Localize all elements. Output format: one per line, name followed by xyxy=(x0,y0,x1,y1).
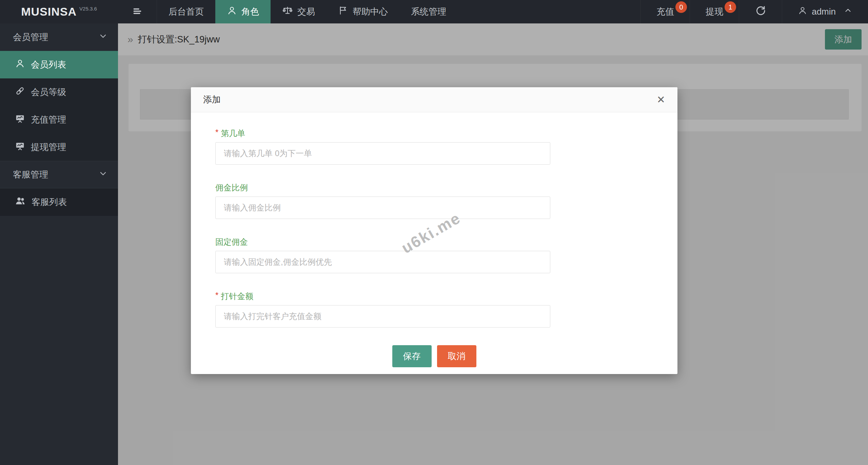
tab-help-label: 帮助中心 xyxy=(353,6,388,18)
add-dialog: 添加 ✕ *第几单 佣金比例 固定佣金 *打针金额 xyxy=(191,87,677,374)
user-menu[interactable]: admin xyxy=(782,0,868,23)
sidebar-group-member-management[interactable]: 会员管理 xyxy=(0,23,118,51)
flag-icon xyxy=(338,5,348,18)
user-icon xyxy=(798,6,807,18)
sidebar-item-label: 会员列表 xyxy=(31,59,66,71)
navbar-right: 充值 0 提现 1 admin xyxy=(640,0,868,23)
commission-ratio-input[interactable] xyxy=(215,197,550,219)
hamburger-icon xyxy=(132,5,143,18)
sidebar-item-recharge-management[interactable]: 充值管理 xyxy=(0,106,118,133)
required-marker: * xyxy=(215,291,218,300)
field-order-number: *第几单 xyxy=(215,128,653,165)
field-label: *第几单 xyxy=(215,128,653,139)
field-label: 固定佣金 xyxy=(215,237,653,247)
field-commission-ratio: 佣金比例 xyxy=(215,182,653,219)
required-marker: * xyxy=(215,128,218,137)
chart-board-icon xyxy=(15,113,25,126)
sidebar-item-member-list[interactable]: 会员列表 xyxy=(0,51,118,78)
app-version: V25.3.6 xyxy=(79,6,97,12)
tab-roles[interactable]: 角色 xyxy=(215,0,271,23)
tab-home-label: 后台首页 xyxy=(169,6,204,18)
sidebar-item-member-level[interactable]: 会员等级 xyxy=(0,78,118,106)
fixed-commission-input[interactable] xyxy=(215,251,550,273)
tab-trade[interactable]: 交易 xyxy=(271,0,327,23)
withdraw-badge: 1 xyxy=(725,1,736,13)
save-button[interactable]: 保存 xyxy=(392,345,432,367)
field-label-text: 第几单 xyxy=(221,129,245,138)
chart-board-icon xyxy=(15,141,25,153)
top-navbar: MUSINSA V25.3.6 后台首页 角色 交易 帮助中心 系统管理 充值 … xyxy=(0,0,868,23)
sidebar-group-service-management[interactable]: 客服管理 xyxy=(0,161,118,188)
chevron-down-icon xyxy=(98,31,108,43)
app-logo: MUSINSA xyxy=(21,5,77,18)
refresh-button[interactable] xyxy=(739,0,782,23)
sidebar-group-label: 会员管理 xyxy=(13,31,48,43)
field-label-text: 打针金额 xyxy=(221,292,253,301)
cancel-button[interactable]: 取消 xyxy=(437,345,476,367)
field-label-text: 佣金比例 xyxy=(215,183,248,192)
sidebar-item-withdraw-management[interactable]: 提现管理 xyxy=(0,133,118,161)
dialog-header: 添加 ✕ xyxy=(191,87,677,112)
field-label-text: 固定佣金 xyxy=(215,237,248,246)
tab-help-center[interactable]: 帮助中心 xyxy=(327,0,399,23)
sidebar-item-service-list[interactable]: 客服列表 xyxy=(0,188,118,216)
field-injection-amount: *打针金额 xyxy=(215,291,653,328)
sidebar-item-label: 客服列表 xyxy=(32,196,67,208)
sidebar-item-label: 提现管理 xyxy=(31,141,66,153)
chevron-down-icon xyxy=(98,169,108,181)
sidebar-item-label: 充值管理 xyxy=(31,114,66,126)
recharge-badge: 0 xyxy=(675,1,687,13)
close-icon[interactable]: ✕ xyxy=(657,95,665,105)
scales-icon xyxy=(282,5,293,18)
injection-amount-input[interactable] xyxy=(215,305,550,328)
sidebar-group-label: 客服管理 xyxy=(13,169,48,181)
dialog-actions: 保存 取消 xyxy=(215,345,653,367)
refresh-icon xyxy=(755,5,766,19)
tab-roles-label: 角色 xyxy=(241,6,259,18)
field-label: 佣金比例 xyxy=(215,182,653,193)
chevron-up-icon xyxy=(844,6,852,17)
sidebar: 会员管理 会员列表 会员等级 充值管理 提现管理 客服管理 xyxy=(0,23,118,465)
collapse-menu-button[interactable] xyxy=(118,0,157,23)
tab-trade-label: 交易 xyxy=(297,6,315,18)
link-icon xyxy=(15,86,25,98)
user-icon xyxy=(227,5,237,18)
users-icon xyxy=(15,196,26,209)
withdraw-menu[interactable]: 提现 1 xyxy=(690,0,739,23)
dialog-title: 添加 xyxy=(203,94,221,106)
recharge-label: 充值 xyxy=(656,6,674,18)
tab-system-label: 系统管理 xyxy=(411,6,446,18)
sidebar-item-label: 会员等级 xyxy=(31,86,66,98)
field-label: *打针金额 xyxy=(215,291,653,302)
dialog-form: *第几单 佣金比例 固定佣金 *打针金额 保存 取消 xyxy=(191,112,677,367)
order-number-input[interactable] xyxy=(215,142,550,165)
username: admin xyxy=(812,6,836,17)
tab-system[interactable]: 系统管理 xyxy=(399,0,458,23)
tab-home[interactable]: 后台首页 xyxy=(157,0,215,23)
withdraw-label: 提现 xyxy=(706,6,723,18)
recharge-menu[interactable]: 充值 0 xyxy=(640,0,690,23)
field-fixed-commission: 固定佣金 xyxy=(215,237,653,273)
user-icon xyxy=(15,58,25,71)
logo-area: MUSINSA V25.3.6 xyxy=(0,0,118,23)
